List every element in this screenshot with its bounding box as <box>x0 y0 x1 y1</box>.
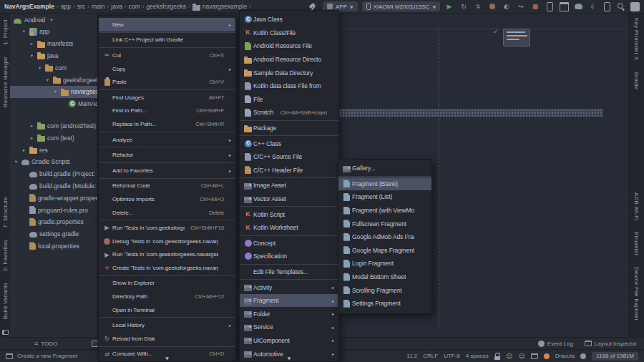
profile-icon[interactable]: ◐ <box>502 2 512 11</box>
menu-item[interactable]: Vector Asset <box>240 192 338 206</box>
tree-item[interactable]: ▾navargsexample <box>10 86 97 98</box>
sync-gradle-icon[interactable] <box>573 2 583 11</box>
sdk-manager-icon[interactable]: ⇩ <box>587 2 597 11</box>
menu-item[interactable]: Concept <box>240 237 338 250</box>
menu-item[interactable]: Settings Fragment <box>338 297 431 310</box>
menu-item[interactable]: Copy▸ <box>99 62 235 76</box>
theme-icon[interactable] <box>544 353 550 359</box>
user-avatar-icon[interactable] <box>630 2 640 11</box>
menu-item[interactable]: Login Fragment <box>338 257 431 270</box>
menu-item[interactable]: Service▸ <box>240 321 338 334</box>
breadcrumb-segment[interactable]: geeksforgeeks <box>147 3 186 10</box>
chevron-right-icon[interactable]: ▸ <box>29 123 35 129</box>
tree-item[interactable]: ▸com (androidTest) <box>10 120 97 132</box>
menu-item[interactable]: Fragment (with ViewModel) <box>338 204 431 217</box>
menu-item[interactable]: Refactor▸ <box>99 148 235 162</box>
avd-manager-icon[interactable] <box>602 2 612 11</box>
menu-item[interactable]: CC++ Class <box>240 137 338 150</box>
menu-item[interactable]: Local History▸ <box>99 318 235 332</box>
menu-item[interactable]: Open in Terminal <box>99 303 235 317</box>
menu-item[interactable]: New▸ <box>99 18 235 31</box>
menu-item[interactable]: Add to Favorites▸ <box>99 164 235 177</box>
menu-item[interactable]: ▶Run 'Tests in 'com.geeksforgeeks.navarg… <box>99 221 235 235</box>
menu-item[interactable]: Specification <box>240 250 338 263</box>
menu-item[interactable]: Fullscreen Fragment <box>338 217 431 230</box>
layout-validation-icon[interactable] <box>559 2 569 11</box>
tool-window-button[interactable]: 1: Project <box>2 19 9 45</box>
chevron-down-icon[interactable]: ▾ <box>13 159 19 165</box>
indent-setting[interactable]: 4 spaces <box>466 353 489 359</box>
tool-window-button[interactable]: Emulator <box>633 232 640 256</box>
tree-item[interactable]: gradle-wrapper.properties <box>10 192 97 204</box>
tree-item[interactable]: ▸com (test) <box>10 132 97 144</box>
attach-debugger-icon[interactable]: ↪ <box>516 2 526 11</box>
tree-item[interactable]: local.properties <box>10 240 97 253</box>
menu-item[interactable]: Delete...Delete <box>99 206 235 220</box>
inspection-widget[interactable] <box>503 29 530 47</box>
tab-layout-inspector[interactable]: Layout Inspector <box>585 341 637 347</box>
breadcrumb-segment[interactable]: NavArgsExample <box>4 3 54 10</box>
tool-window-button[interactable]: Gradle <box>633 72 640 89</box>
tool-window-button[interactable]: Key Promoter X <box>633 18 640 60</box>
caret-position[interactable]: 11:2 <box>406 353 417 359</box>
chevron-down-icon[interactable]: ▾ <box>52 89 59 94</box>
menu-item[interactable]: CJava Class <box>240 13 338 26</box>
theme-label[interactable]: Dracula <box>555 353 575 359</box>
tree-item[interactable]: build.gradle (Module: app) <box>10 180 97 192</box>
menu-item[interactable]: Debug 'Tests in 'com.geeksforgeeks.navar… <box>99 235 235 248</box>
menu-item[interactable]: Sample Data Directory <box>240 66 338 79</box>
tree-item[interactable]: proguard-rules.pro <box>10 204 97 216</box>
apply-changes-icon[interactable]: ↻ <box>459 2 469 11</box>
chevron-down-icon[interactable]: ▾ <box>44 77 51 83</box>
device-manager-icon[interactable] <box>545 2 555 11</box>
breadcrumb-segment[interactable]: main <box>92 3 104 10</box>
menu-item[interactable]: Find UsagesAlt+F7 <box>99 91 235 104</box>
breadcrumb-segment[interactable]: java <box>111 3 122 10</box>
search-icon[interactable] <box>616 2 626 11</box>
tree-item[interactable]: ▾Gradle Scripts <box>10 156 97 168</box>
project-view-selector[interactable]: Android ▾ <box>10 14 97 26</box>
menu-item[interactable]: Link C++ Project with Gradle <box>99 34 235 47</box>
chevron-down-icon[interactable]: ▾ <box>29 53 35 59</box>
menu-item[interactable]: +Create 'Tests in 'com.geeksforgeeks.nav… <box>99 261 235 275</box>
memory-indicator[interactable]: 1168 of 1981M <box>592 352 638 361</box>
menu-item[interactable]: Scratch FileCtrl+Alt+Shift+Insert <box>240 106 338 119</box>
menu-item[interactable]: KKotlin Worksheet <box>240 221 338 235</box>
menu-item[interactable]: Modal Bottom Sheet <box>338 270 431 284</box>
menu-item[interactable]: Package <box>240 122 338 135</box>
menu-scroll-down-icon[interactable]: ▼ <box>240 356 338 361</box>
menu-item[interactable]: File <box>240 93 338 107</box>
menu-item[interactable]: Optimize ImportsCtrl+Alt+O <box>99 192 235 206</box>
menu-item[interactable]: Find in Path...Ctrl+Shift+F <box>99 104 235 118</box>
menu-item[interactable]: ✂CutCtrl+X <box>99 49 235 62</box>
menu-item[interactable]: Android Resource File <box>240 39 338 53</box>
line-ending[interactable]: CRLF <box>423 353 438 359</box>
menu-item[interactable]: Fragment (List) <box>338 190 431 204</box>
menu-item[interactable]: KKotlin Script <box>240 207 338 221</box>
menu-item[interactable]: Edit File Templates... <box>240 265 338 279</box>
menu-scroll-down-icon[interactable]: ▼ <box>99 356 235 361</box>
menu-item[interactable]: C/C++ Header File <box>240 164 338 177</box>
tool-window-button[interactable]: ADB Wi-Fi <box>633 192 640 220</box>
tab-todo[interactable]: ≡ TODO <box>34 340 57 347</box>
tree-item[interactable]: ▾com <box>10 62 97 74</box>
menu-item[interactable]: Reformat CodeCtrl+Alt+L <box>99 180 235 193</box>
readonly-lock-icon[interactable] <box>494 353 500 360</box>
menu-item[interactable]: ▶Run 'Tests in 'com.geeksforgeeks.navarg… <box>99 248 235 262</box>
smiley-icon[interactable]: ☺ <box>506 353 512 360</box>
tool-window-button[interactable]: Resource Manager <box>2 57 9 107</box>
apply-code-changes-icon[interactable]: ↯ <box>473 2 483 11</box>
debug-icon[interactable] <box>487 2 497 11</box>
menu-item[interactable]: Image Asset <box>240 179 338 192</box>
menu-item[interactable]: Analyze▸ <box>99 133 235 147</box>
menu-item[interactable]: Fragment▸ <box>240 294 338 308</box>
tool-window-button[interactable]: 2: Favorites <box>2 240 9 271</box>
tree-item[interactable]: ▾geeksforgeeks <box>10 74 97 86</box>
menu-item[interactable]: C/C++ Source File <box>240 150 338 164</box>
tool-window-button[interactable]: 7: Structure <box>2 197 9 228</box>
stop-icon[interactable]: ■ <box>530 2 540 11</box>
menu-item[interactable]: Android Resource Directory <box>240 53 338 67</box>
chevron-right-icon[interactable]: ▸ <box>29 41 35 47</box>
gradle-daemon-icon[interactable] <box>580 353 586 359</box>
menu-item[interactable]: Google Maps Fragment <box>338 244 431 258</box>
